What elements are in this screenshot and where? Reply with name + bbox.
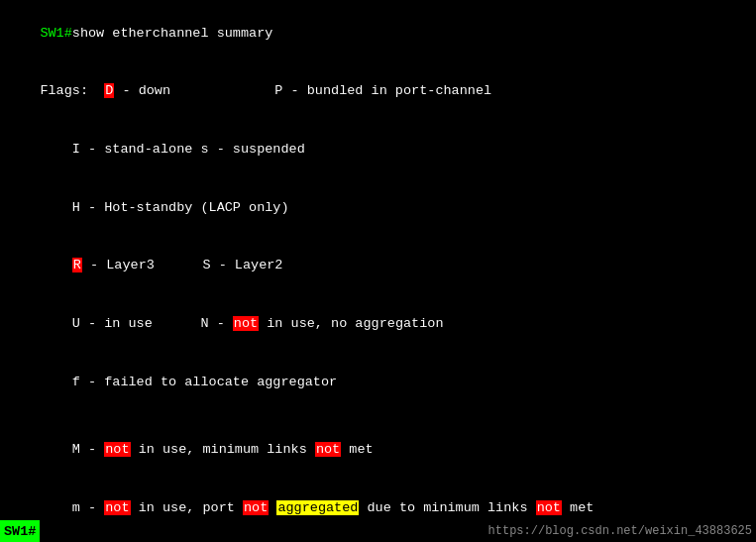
flag-r-line: R - Layer3 S - Layer2	[8, 237, 748, 295]
flags-header-line: Flags: D - down P - bundled in port-chan…	[8, 62, 748, 121]
flags-label: Flags:	[40, 83, 104, 98]
not-highlight-6: not	[536, 500, 562, 515]
spacer-1	[8, 411, 748, 421]
flag-h-line: H - Hot-standby (LACP only)	[8, 178, 748, 237]
not-highlight-3: not	[315, 442, 341, 457]
not-highlight-5: not	[243, 500, 269, 515]
flag-r-highlight: R	[72, 258, 82, 272]
flag-u-line: U - in use N - not in use, no aggregatio…	[8, 294, 748, 353]
flag-f-line: f - failed to allocate aggregator	[8, 353, 748, 411]
flag-d-desc: - down P - bundled in port-channel	[114, 83, 491, 98]
not-highlight-1: not	[233, 316, 259, 331]
flag-d-highlight: D	[104, 83, 114, 98]
prompt: SW1#	[40, 26, 71, 41]
not-highlight-4: not	[104, 500, 130, 515]
command-line: SW1#show etherchannel summary	[8, 4, 748, 62]
bottom-bar: SW1# https://blog.csdn.net/weixin_438836…	[0, 520, 756, 542]
flag-m-upper-line: M - not in use, minimum links not met	[8, 421, 748, 480]
url-text: https://blog.csdn.net/weixin_43883625	[488, 524, 756, 538]
flag-i-line: I - stand-alone s - suspended	[8, 120, 748, 178]
terminal: SW1#show etherchannel summary Flags: D -…	[0, 0, 756, 542]
bottom-prompt: SW1#	[0, 520, 40, 542]
aggregated-highlight-1: aggregated	[276, 500, 359, 515]
command-text: show etherchannel summary	[72, 26, 273, 41]
not-highlight-2: not	[104, 442, 130, 457]
